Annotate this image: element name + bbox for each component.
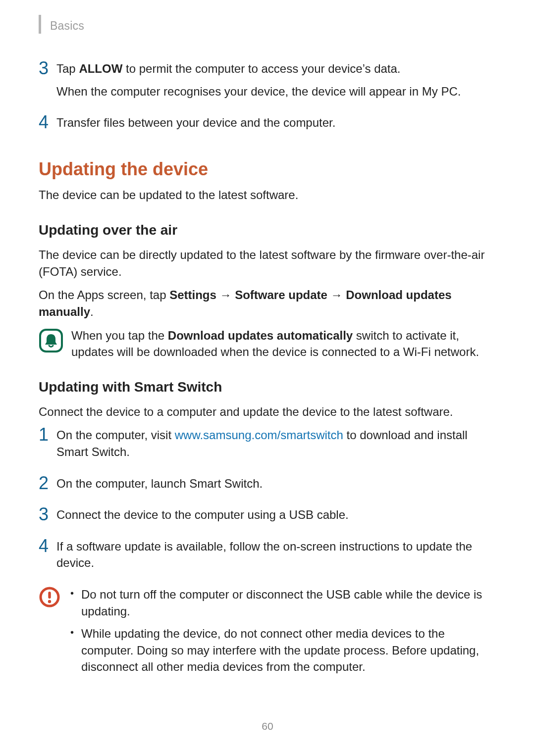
text: Tap [56,62,79,75]
caution-body: Do not turn off the computer or disconne… [66,586,498,681]
ss-step-2: 2 On the computer, launch Smart Switch. [39,475,498,498]
smartswitch-link[interactable]: www.samsung.com/smartswitch [175,428,343,442]
svg-rect-2 [48,592,51,599]
header-divider [39,15,41,34]
arrow: → [216,288,235,302]
step-body: If a software update is available, follo… [56,538,498,577]
continued-steps: 3 Tap ALLOW to permit the computer to ac… [39,60,498,137]
auto-download-label: Download updates automatically [168,329,353,342]
svg-point-3 [48,600,51,603]
page-header: Basics [39,18,498,34]
ss-step-4: 4 If a software update is available, fol… [39,538,498,577]
header-section-name: Basics [50,18,84,34]
page-number: 60 [0,719,535,733]
ss-step-1: 1 On the computer, visit www.samsung.com… [39,427,498,466]
ota-path: On the Apps screen, tap Settings → Softw… [39,287,498,320]
step-text: On the computer, launch Smart Switch. [56,475,498,492]
caution-item: Do not turn off the computer or disconne… [66,586,498,619]
step-body: On the computer, visit www.samsung.com/s… [56,427,498,466]
step-text: On the computer, visit www.samsung.com/s… [56,427,498,460]
caution-block: Do not turn off the computer or disconne… [39,586,498,681]
step-number: 1 [39,426,56,444]
settings-label: Settings [169,288,216,302]
step-text: Transfer files between your device and t… [56,114,498,131]
arrow: → [327,288,346,302]
note-body: When you tap the Download updates automa… [71,327,498,360]
caution-list: Do not turn off the computer or disconne… [66,586,498,675]
exclamation-caution-icon [39,586,60,608]
section-intro: The device can be updated to the latest … [39,187,498,203]
text: On the computer, visit [56,428,175,442]
caution-icon [39,586,62,612]
step-number: 4 [39,113,56,131]
h2-smart-switch: Updating with Smart Switch [39,377,498,397]
text: On the Apps screen, tap [39,288,169,302]
note-block: When you tap the Download updates automa… [39,327,498,360]
page: Basics 3 Tap ALLOW to permit the compute… [0,0,535,756]
step-body: Connect the device to the computer using… [56,506,498,529]
text: to permit the computer to access your de… [122,62,400,75]
allow-label: ALLOW [79,62,122,75]
step-body: On the computer, launch Smart Switch. [56,475,498,498]
text: . [90,305,94,318]
step-number: 4 [39,537,56,555]
software-update-label: Software update [235,288,327,302]
step-text-line2: When the computer recognises your device… [56,83,498,100]
step-number: 3 [39,505,56,523]
ss-step-3: 3 Connect the device to the computer usi… [39,506,498,529]
step-number: 2 [39,474,56,492]
step-text: If a software update is available, follo… [56,538,498,571]
smartswitch-steps: 1 On the computer, visit www.samsung.com… [39,427,498,577]
caution-item: While updating the device, do not connec… [66,625,498,675]
step-body: Tap ALLOW to permit the computer to acce… [56,60,498,105]
bell-note-icon [39,328,63,353]
note-icon [39,328,64,357]
step-text-line1: Tap ALLOW to permit the computer to acce… [56,60,498,77]
smartswitch-intro: Connect the device to a computer and upd… [39,403,498,420]
h1-updating-the-device: Updating the device [39,157,498,182]
ota-intro: The device can be directly updated to th… [39,247,498,280]
step-text: Connect the device to the computer using… [56,506,498,523]
text: When you tap the [71,329,168,342]
step-body: Transfer files between your device and t… [56,114,498,137]
h2-updating-over-the-air: Updating over the air [39,220,498,240]
step-3: 3 Tap ALLOW to permit the computer to ac… [39,60,498,105]
step-4: 4 Transfer files between your device and… [39,114,498,137]
step-number: 3 [39,59,56,77]
